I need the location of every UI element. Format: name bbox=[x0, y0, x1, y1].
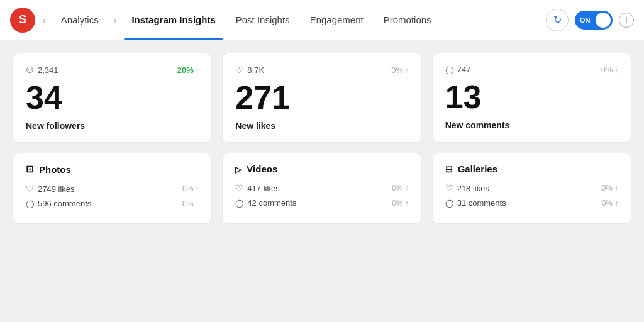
photos-likes-row: 2749 likes 0% ↑ bbox=[26, 184, 199, 194]
followers-card: 2,341 20% ↑ 34 New followers bbox=[13, 53, 212, 143]
up-arrow-icon: ↑ bbox=[195, 199, 199, 208]
comments-percent: 0% ↑ bbox=[601, 65, 618, 74]
galleries-likes-right: 0% ↑ bbox=[602, 184, 618, 192]
header-actions: ↻ ON i bbox=[546, 9, 634, 31]
up-arrow-icon: ↑ bbox=[195, 184, 199, 193]
likes-card: 8.7K 0% ↑ 271 New likes bbox=[222, 53, 421, 143]
chevron-icon: › bbox=[43, 15, 46, 25]
comment-icon bbox=[235, 198, 243, 208]
person-icon bbox=[26, 65, 34, 75]
videos-comments-right: 0% ↑ bbox=[392, 199, 408, 208]
videos-comments-left: 42 comments bbox=[235, 198, 296, 208]
videos-comments-row: 42 comments 0% ↑ bbox=[235, 198, 408, 208]
toggle-knob bbox=[596, 13, 611, 28]
up-arrow-icon: ↑ bbox=[614, 184, 618, 192]
followers-card-header: 2,341 20% ↑ bbox=[26, 65, 199, 75]
up-arrow-icon: ↑ bbox=[405, 199, 409, 208]
videos-card: Videos 417 likes 0% ↑ 42 comments 0% bbox=[222, 153, 421, 224]
galleries-comments-right: 0% ↑ bbox=[602, 199, 618, 208]
followers-label: New followers bbox=[26, 121, 199, 131]
galleries-comments-row: 31 comments 0% ↑ bbox=[445, 198, 618, 208]
instagram-icon bbox=[26, 164, 34, 175]
galleries-title: Galleries bbox=[445, 164, 618, 174]
nav-analytics[interactable]: Analytics bbox=[53, 0, 106, 40]
refresh-button[interactable]: ↻ bbox=[546, 9, 569, 31]
galleries-likes-left: 218 likes bbox=[445, 183, 489, 193]
nav-instagram-insights[interactable]: Instagram Insights bbox=[124, 0, 223, 40]
videos-likes-right: 0% ↑ bbox=[392, 184, 408, 192]
followers-value: 34 bbox=[26, 80, 199, 116]
comments-metric: 747 bbox=[445, 65, 471, 74]
likes-card-header: 8.7K 0% ↑ bbox=[235, 65, 408, 75]
nav-promotions[interactable]: Promotions bbox=[376, 0, 439, 40]
heart-icon bbox=[235, 65, 243, 75]
comment-icon bbox=[445, 65, 453, 74]
toggle-switch[interactable]: ON bbox=[575, 11, 613, 30]
nav-engagement[interactable]: Engagement bbox=[303, 0, 371, 40]
main-content: 2,341 20% ↑ 34 New followers 8.7K 0% ↑ bbox=[0, 40, 644, 236]
photos-comments-left: 596 comments bbox=[26, 199, 91, 208]
galleries-comments-left: 31 comments bbox=[445, 198, 506, 208]
photos-likes-left: 2749 likes bbox=[26, 184, 75, 194]
up-arrow-icon: ↑ bbox=[405, 184, 409, 192]
content-cards-row: Photos 2749 likes 0% ↑ 596 comments 0 bbox=[13, 153, 631, 224]
comment-icon bbox=[445, 198, 453, 208]
heart-icon bbox=[445, 183, 453, 193]
gallery-icon bbox=[445, 164, 453, 174]
videos-likes-row: 417 likes 0% ↑ bbox=[235, 183, 408, 193]
up-arrow-icon: ↑ bbox=[405, 66, 409, 74]
videos-likes-left: 417 likes bbox=[235, 183, 279, 193]
heart-icon bbox=[235, 183, 243, 193]
logo: S bbox=[10, 8, 35, 33]
followers-percent: 20% ↑ bbox=[177, 65, 199, 75]
videos-title: Videos bbox=[235, 164, 408, 174]
likes-value: 271 bbox=[235, 80, 408, 116]
likes-metric: 8.7K bbox=[235, 65, 264, 75]
nav-post-insights[interactable]: Post Insights bbox=[228, 0, 297, 40]
comments-value: 13 bbox=[445, 79, 618, 115]
heart-icon bbox=[26, 184, 34, 194]
photos-comments-row: 596 comments 0% ↑ bbox=[26, 199, 199, 208]
galleries-likes-row: 218 likes 0% ↑ bbox=[445, 183, 618, 193]
photos-comments-right: 0% ↑ bbox=[182, 199, 199, 208]
photos-card: Photos 2749 likes 0% ↑ 596 comments 0 bbox=[13, 153, 212, 224]
followers-metric: 2,341 bbox=[26, 65, 58, 75]
up-arrow-icon: ↑ bbox=[614, 199, 618, 208]
comments-label: New comments bbox=[445, 120, 618, 130]
info-button[interactable]: i bbox=[619, 13, 634, 28]
header: S › Analytics › Instagram Insights Post … bbox=[0, 0, 644, 40]
chevron-icon-2: › bbox=[114, 15, 117, 25]
comment-icon bbox=[26, 199, 34, 208]
photos-title: Photos bbox=[26, 164, 199, 175]
comments-card-header: 747 0% ↑ bbox=[445, 65, 618, 74]
comments-card: 747 0% ↑ 13 New comments bbox=[432, 53, 631, 143]
galleries-card: Galleries 218 likes 0% ↑ 31 comments bbox=[432, 153, 631, 224]
likes-percent: 0% ↑ bbox=[391, 65, 408, 75]
video-icon bbox=[235, 164, 242, 174]
photos-likes-right: 0% ↑ bbox=[182, 184, 199, 193]
stats-cards-row: 2,341 20% ↑ 34 New followers 8.7K 0% ↑ bbox=[13, 53, 631, 143]
likes-label: New likes bbox=[235, 121, 408, 131]
up-arrow-icon: ↑ bbox=[196, 66, 199, 74]
up-arrow-icon: ↑ bbox=[614, 66, 618, 74]
